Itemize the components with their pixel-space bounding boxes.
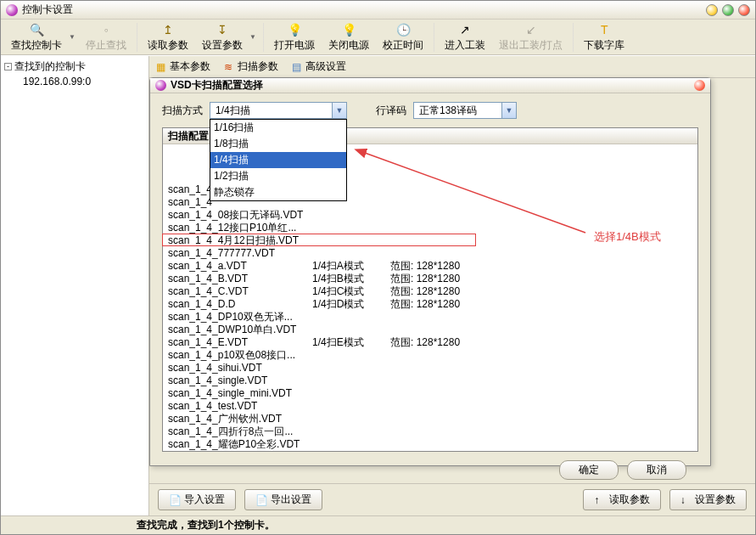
maximize-button[interactable] — [722, 4, 734, 16]
list-item[interactable]: scan_1_4_广州钦州.VDT — [163, 413, 697, 425]
annotation-arrow — [352, 122, 598, 241]
tool-in-icon: ↗ — [457, 22, 473, 37]
list-item[interactable]: scan_1_4_single_mini.VDT — [163, 387, 697, 400]
status-bar: 查找完成，查找到1个控制卡。 — [1, 515, 755, 534]
list-item[interactable]: scan_1_4_a.VDT1/4扫A模式范围: 128*1280 — [163, 260, 697, 273]
dialog-icon — [155, 80, 166, 91]
font-icon: T — [596, 22, 612, 37]
tabs: ▦基本参数 ≋扫描参数 ▤高级设置 — [149, 56, 755, 78]
cancel-button[interactable]: 取消 — [627, 460, 686, 480]
scan-option[interactable]: 1/4扫描 — [210, 152, 346, 168]
set-dropdown[interactable]: ▼ — [249, 33, 256, 41]
bulb-off-icon: 💡 — [341, 22, 356, 37]
app-icon — [6, 4, 18, 16]
svg-line-1 — [365, 153, 585, 233]
stop-find-button[interactable]: ◦停止查找 — [79, 20, 133, 54]
list-item[interactable]: scan_1_4_E.VDT1/4扫E模式范围: 128*1280 — [163, 336, 697, 349]
chevron-down-icon[interactable]: ▼ — [332, 103, 346, 118]
search-icon: 🔍 — [29, 22, 44, 37]
basic-icon: ▦ — [154, 61, 166, 73]
chevron-down-icon[interactable]: ▼ — [501, 103, 516, 118]
scan-mode-dropdown: 1/16扫描 1/8扫描 1/4扫描 1/2扫描 静态锁存 — [210, 119, 347, 201]
list-item[interactable]: scan_1_4_耀德P10全彩.VDT — [163, 438, 697, 451]
tool-out-icon: ↙ — [524, 22, 539, 37]
enter-tool-button[interactable]: ↗进入工装 — [438, 20, 492, 54]
bulb-on-icon: 💡 — [287, 22, 302, 37]
download-icon: ↧ — [215, 22, 230, 37]
close-power-button[interactable]: 💡关闭电源 — [322, 20, 376, 54]
stop-icon: ◦ — [98, 22, 114, 37]
row-decode-label: 行译码 — [376, 104, 406, 118]
upload-icon: ↥ — [160, 22, 176, 37]
tab-scan[interactable]: ≋扫描参数 — [222, 59, 278, 74]
list-item[interactable]: scan_1_4_B.VDT1/4扫B模式范围: 128*1280 — [163, 273, 697, 285]
list-item[interactable]: scan_1_4_DP10双色无译... — [163, 311, 697, 324]
list-item[interactable]: scan_1_4_D.D1/4扫D模式范围: 128*1280 — [163, 298, 697, 311]
list-item[interactable]: scan_1_4_test.VDT — [163, 400, 697, 413]
adjust-time-button[interactable]: 🕒校正时间 — [376, 20, 430, 54]
advanced-icon: ▤ — [290, 61, 302, 73]
titlebar: 控制卡设置 — [1, 1, 755, 20]
download-font-button[interactable]: T下载字库 — [577, 20, 631, 54]
scan-option[interactable]: 1/2扫描 — [210, 168, 346, 184]
find-card-button[interactable]: 🔍查找控制卡 — [4, 20, 69, 54]
list-item[interactable]: scan_1_4_sihui.VDT — [163, 362, 697, 374]
read-params-button[interactable]: ↥读取参数 — [141, 20, 195, 54]
dialog-close-button[interactable] — [694, 80, 705, 91]
list-item[interactable]: scan_1_4_DWP10单白.VDT — [163, 324, 697, 336]
dialog-titlebar: VSD卡扫描配置选择 — [150, 78, 710, 93]
dialog-title: VSD卡扫描配置选择 — [171, 78, 263, 93]
tab-basic[interactable]: ▦基本参数 — [154, 59, 210, 74]
list-item[interactable]: scan_1_4_p10双色08接口... — [163, 349, 697, 362]
tab-advanced[interactable]: ▤高级设置 — [290, 59, 346, 74]
close-button[interactable] — [738, 4, 750, 16]
scan-option[interactable]: 1/16扫描 — [210, 120, 346, 136]
find-dropdown[interactable]: ▼ — [69, 33, 76, 41]
ok-button[interactable]: 确定 — [559, 460, 619, 480]
annotation-label: 选择1/4B模式 — [594, 229, 661, 245]
toolbar: 🔍查找控制卡 ▼ ◦停止查找 ↥读取参数 ↧设置参数 ▼ 💡打开电源 💡关闭电源… — [1, 20, 755, 55]
set-params-button[interactable]: ↧设置参数 — [195, 20, 249, 54]
scan-option[interactable]: 静态锁存 — [210, 184, 346, 200]
tree-card-item[interactable]: 192.168.0.99:0 — [23, 76, 145, 87]
tree-collapse-icon[interactable]: - — [4, 63, 12, 70]
list-item[interactable]: scan_1_4_四折行8点一回... — [163, 425, 697, 438]
clock-icon: 🕒 — [395, 22, 411, 37]
open-power-button[interactable]: 💡打开电源 — [267, 20, 322, 54]
minimize-button[interactable] — [706, 4, 718, 16]
scan-mode-label: 扫描方式 — [162, 104, 203, 118]
row-decode-combo[interactable]: 正常138译码 ▼ — [413, 102, 517, 119]
exit-tool-button[interactable]: ↙退出工装/打点 — [492, 20, 569, 54]
scan-option[interactable]: 1/8扫描 — [210, 136, 346, 152]
list-item[interactable]: scan_1_4_single.VDT — [163, 374, 697, 387]
scan-icon: ≋ — [222, 61, 234, 73]
list-item[interactable]: scan_1_4_777777.VDT — [163, 247, 697, 260]
sidebar-tree: - 查找到的控制卡 192.168.0.99:0 — [1, 56, 149, 515]
tree-root[interactable]: - 查找到的控制卡 — [4, 59, 145, 74]
scan-mode-combo[interactable]: 1/4扫描 ▼ 1/16扫描 1/8扫描 1/4扫描 1/2扫描 静态锁存 — [210, 102, 347, 119]
list-item[interactable]: scan_1_4_C.VDT1/4扫C模式范围: 128*1280 — [163, 285, 697, 298]
window-title: 控制卡设置 — [22, 3, 706, 17]
